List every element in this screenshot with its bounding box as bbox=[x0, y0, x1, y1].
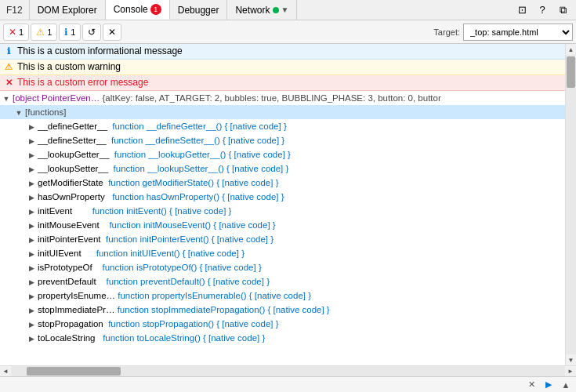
table-row[interactable]: ▶ propertyIsEnume… function propertyIsEn… bbox=[0, 289, 565, 303]
vertical-scrollbar[interactable]: ▲ ▼ bbox=[565, 44, 576, 365]
tab-f12[interactable]: F12 bbox=[0, 0, 30, 20]
scroll-down-button[interactable]: ▼ bbox=[566, 354, 577, 365]
row-key: preventDefault bbox=[38, 274, 96, 289]
row-value: function propertyIsEnumerable() { [nativ… bbox=[118, 289, 311, 303]
maximize-button[interactable]: ⊡ bbox=[513, 2, 531, 19]
row-toggle[interactable]: ▶ bbox=[27, 249, 36, 259]
tab-debugger-label: Debugger bbox=[178, 5, 219, 16]
row-toggle[interactable]: ▶ bbox=[27, 306, 36, 315]
console-badge: 1 bbox=[150, 4, 161, 15]
row-key: toLocaleString bbox=[38, 331, 96, 345]
table-row[interactable]: ▶ initMouseEvent function initMouseEvent… bbox=[0, 218, 565, 232]
row-value: function stopPropagation() { [native cod… bbox=[108, 317, 278, 331]
row-toggle[interactable]: ▶ bbox=[27, 122, 36, 132]
scroll-left-button[interactable]: ◄ bbox=[0, 366, 11, 377]
row-toggle[interactable]: ▶ bbox=[27, 292, 36, 301]
h-scroll-thumb[interactable] bbox=[27, 367, 121, 376]
table-row[interactable]: ▶ isPrototypeOf function isPrototypeOf()… bbox=[0, 260, 565, 274]
tab-f12-label: F12 bbox=[6, 5, 23, 16]
root-key: [object PointerEven… bbox=[13, 91, 100, 105]
status-close-button[interactable]: ✕ bbox=[524, 378, 538, 392]
scroll-up-button[interactable]: ▲ bbox=[566, 44, 577, 55]
tree-root-row[interactable]: ▼ [object PointerEven… {altKey: false, A… bbox=[0, 91, 565, 105]
table-row[interactable]: ▶ toLocaleString function toLocaleString… bbox=[0, 331, 565, 345]
status-up-button[interactable]: ▲ bbox=[559, 378, 573, 392]
error-message: ✕ This is a custom error message bbox=[0, 75, 565, 91]
scroll-thumb[interactable] bbox=[567, 56, 575, 88]
close-console-button[interactable]: ✕ bbox=[103, 24, 121, 41]
error-count: 1 bbox=[19, 27, 24, 37]
row-toggle[interactable]: ▶ bbox=[27, 235, 36, 245]
network-filter-icon: ▼ bbox=[281, 5, 288, 14]
table-row[interactable]: ▶ __defineSetter__ function __defineSett… bbox=[0, 133, 565, 147]
row-key: isPrototypeOf bbox=[38, 260, 92, 274]
row-toggle[interactable]: ▶ bbox=[27, 193, 36, 202]
table-row[interactable]: ▶ stopPropagation function stopPropagati… bbox=[0, 317, 565, 331]
row-value: function initMouseEvent() { [native code… bbox=[109, 218, 275, 232]
network-active-dot bbox=[273, 7, 279, 13]
close-icon: ✕ bbox=[108, 27, 116, 38]
up-icon: ▲ bbox=[562, 380, 571, 390]
error-message-text: This is a custom error message bbox=[17, 76, 148, 89]
status-play-button[interactable]: ▶ bbox=[542, 378, 556, 392]
play-icon: ▶ bbox=[545, 379, 552, 390]
scroll-right-button[interactable]: ► bbox=[565, 366, 576, 377]
row-toggle[interactable]: ▶ bbox=[27, 263, 36, 273]
refresh-icon: ↺ bbox=[88, 27, 96, 38]
table-row[interactable]: ▶ __lookupGetter__ function __lookupGett… bbox=[0, 147, 565, 162]
row-toggle[interactable]: ▶ bbox=[27, 136, 36, 146]
tab-network[interactable]: Network ▼ bbox=[227, 0, 297, 20]
row-value: function initUIEvent() { [native code] } bbox=[96, 246, 245, 260]
table-row[interactable]: ▶ __defineGetter__ function __defineGett… bbox=[0, 119, 565, 133]
table-row[interactable]: ▶ initPointerEvent function initPointerE… bbox=[0, 232, 565, 246]
warning-filter-button[interactable]: ⚠ 1 bbox=[31, 24, 57, 41]
row-toggle[interactable]: ▶ bbox=[27, 320, 36, 329]
target-label: Target: bbox=[433, 27, 460, 37]
h-scroll-track[interactable] bbox=[11, 366, 565, 376]
target-area: Target: _top: sample.html bbox=[433, 24, 573, 41]
tab-console-label: Console bbox=[114, 4, 148, 15]
table-row[interactable]: ▶ getModifierState function getModifierS… bbox=[0, 176, 565, 190]
row-value: function __defineSetter__() { [native co… bbox=[111, 133, 284, 147]
row-toggle[interactable]: ▶ bbox=[27, 221, 36, 230]
row-toggle[interactable]: ▶ bbox=[27, 278, 36, 287]
row-toggle[interactable]: ▶ bbox=[27, 151, 36, 160]
console-toolbar: ✕ 1 ⚠ 1 ℹ 1 ↺ ✕ Target: _top: sample.htm… bbox=[0, 20, 576, 44]
target-select[interactable]: _top: sample.html bbox=[463, 24, 573, 41]
row-toggle[interactable]: ▶ bbox=[27, 334, 36, 343]
horizontal-scrollbar[interactable]: ◄ ► bbox=[0, 365, 576, 376]
row-key: stopImmediatePr… bbox=[38, 303, 114, 317]
table-row[interactable]: ▶ preventDefault function preventDefault… bbox=[0, 274, 565, 289]
table-row[interactable]: ▶ initUIEvent function initUIEvent() { [… bbox=[0, 246, 565, 260]
root-collapse-toggle[interactable]: ▼ bbox=[2, 94, 11, 103]
tab-dom-explorer[interactable]: DOM Explorer bbox=[30, 0, 106, 20]
row-key: initPointerEvent bbox=[38, 232, 101, 246]
console-main[interactable]: ℹ This is a custom informational message… bbox=[0, 44, 565, 365]
row-value: function hasOwnProperty() { [native code… bbox=[112, 190, 284, 204]
tab-debugger[interactable]: Debugger bbox=[170, 0, 228, 20]
row-toggle[interactable]: ▶ bbox=[27, 207, 36, 216]
table-row[interactable]: ▶ hasOwnProperty function hasOwnProperty… bbox=[0, 190, 565, 204]
row-value: function initPointerEvent() { [native co… bbox=[106, 232, 274, 246]
scroll-track[interactable] bbox=[566, 55, 576, 354]
refresh-button[interactable]: ↺ bbox=[82, 24, 101, 41]
help-button[interactable]: ? bbox=[534, 2, 551, 19]
row-value: function preventDefault() { [native code… bbox=[107, 274, 270, 289]
row-value: function isPrototypeOf() { [native code]… bbox=[102, 260, 261, 274]
warn-message: ⚠ This is a custom warning bbox=[0, 60, 565, 75]
functions-group-label: [functions] bbox=[25, 105, 66, 119]
detach-button[interactable]: ⧉ bbox=[554, 2, 571, 19]
functions-collapse-toggle[interactable]: ▼ bbox=[14, 108, 24, 118]
functions-group-row[interactable]: ▼ [functions] bbox=[0, 105, 565, 119]
row-value: function getModifierState() { [native co… bbox=[108, 176, 278, 190]
row-toggle[interactable]: ▶ bbox=[27, 165, 36, 174]
table-row[interactable]: ▶ stopImmediatePr… function stopImmediat… bbox=[0, 303, 565, 317]
table-row[interactable]: ▶ initEvent function initEvent() { [nati… bbox=[0, 204, 565, 218]
table-row[interactable]: ▶ __lookupSetter__ function __lookupSett… bbox=[0, 162, 565, 176]
clear-console-button[interactable]: ✕ 1 bbox=[3, 24, 29, 41]
info-filter-button[interactable]: ℹ 1 bbox=[59, 24, 81, 41]
warn-icon: ⚠ bbox=[3, 62, 14, 73]
row-toggle[interactable]: ▶ bbox=[27, 179, 36, 188]
tab-console[interactable]: Console 1 bbox=[106, 0, 170, 20]
bottom-status-bar: ✕ ▶ ▲ bbox=[0, 376, 576, 392]
